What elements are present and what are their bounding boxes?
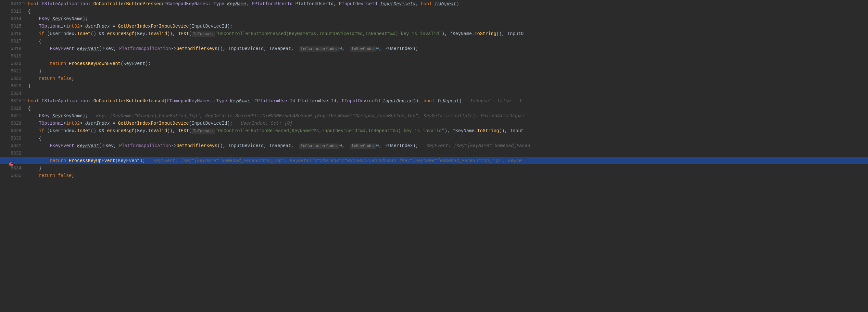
code-line[interactable]: 6313 { — [0, 7, 868, 15]
inline-debug-value: KeyEvent: {Key={KeyName="Gamepad_FaceBut… — [154, 158, 522, 163]
line-number: 6329 — [0, 128, 25, 133]
line-number: 6328 — [0, 121, 25, 126]
code-content[interactable]: FKeyEvent KeyEvent(⚹Key, PlatformApplica… — [25, 46, 418, 51]
line-number: 6322 — [0, 76, 25, 81]
code-content[interactable]: { — [25, 136, 41, 141]
deref-icon: ⚹ — [102, 46, 105, 51]
code-content[interactable]: } — [25, 84, 31, 89]
line-number: 6321 — [0, 68, 25, 74]
code-content[interactable]: FKey Key(KeyName); Key: {KeyName="Gamepa… — [25, 113, 524, 119]
code-line[interactable]: 6330 { — [0, 134, 868, 142]
code-content[interactable]: FKeyEvent KeyEvent(⚹Key, PlatformApplica… — [25, 143, 530, 148]
line-number: 6332 — [0, 151, 25, 156]
line-number: 6319 — [0, 54, 25, 59]
code-line[interactable]: 6328 TOptional<int32> UserIndex = GetUse… — [0, 120, 868, 127]
code-line[interactable]: 6322 return false; — [0, 75, 868, 82]
code-line[interactable]: 6334 } — [0, 164, 868, 172]
param-hint: InFormat: — [192, 31, 215, 37]
inline-debug-value: Key: {KeyName="Gamepad_FaceButton_Top", … — [96, 113, 524, 119]
code-content[interactable]: { — [25, 106, 31, 111]
code-content[interactable]: if (UserIndex.IsSet() && ensureMsgf(Key.… — [25, 128, 524, 133]
param-hint: InCharacterCode: — [299, 46, 339, 52]
code-line[interactable]: 6319 — [0, 52, 868, 60]
param-hint: InFormat: — [192, 129, 215, 134]
code-line[interactable]: 6312⌃○ bool FSlateApplication::OnControl… — [0, 0, 868, 7]
code-line[interactable]: 6316 if (UserIndex.IsSet() && ensureMsgf… — [0, 30, 868, 37]
param-hint: InKeyCode: — [350, 144, 376, 149]
code-content[interactable]: return false; — [25, 76, 74, 81]
line-number: 6330 — [0, 136, 25, 141]
line-number: 6335 — [0, 173, 25, 178]
param-hint: InKeyCode: — [350, 46, 376, 52]
code-content[interactable]: FKey Key(KeyName); — [25, 16, 88, 22]
code-line[interactable]: 6325⌃○ bool FSlateApplication::OnControl… — [0, 97, 868, 104]
line-number: 6323 — [0, 84, 25, 89]
line-number: 6315 — [0, 24, 25, 29]
deref-icon: ⚹ — [384, 143, 389, 148]
code-line[interactable]: 6323 } — [0, 82, 868, 90]
code-line-current[interactable]: return ProcessKeyUpEvent(KeyEvent); KeyE… — [0, 157, 868, 164]
code-content[interactable]: TOptional<int32> UserIndex = GetUserInde… — [25, 24, 232, 29]
code-line[interactable]: 6318 FKeyEvent KeyEvent(⚹Key, PlatformAp… — [0, 45, 868, 52]
code-line[interactable]: 6335 return false; — [0, 172, 868, 179]
code-line[interactable]: 6314 FKey Key(KeyName); — [0, 15, 868, 22]
inline-debug-value: IsRepeat: false I — [470, 98, 522, 103]
code-line[interactable]: 6324 — [0, 90, 868, 97]
line-number: 6317 — [0, 39, 25, 44]
param-hint: InCharacterCode: — [299, 144, 339, 149]
code-content[interactable]: return ProcessKeyDownEvent(KeyEvent); — [25, 61, 151, 66]
code-content[interactable]: } — [25, 68, 41, 74]
line-number: 6318 — [0, 46, 25, 51]
code-content[interactable]: bool FSlateApplication::OnControllerButt… — [25, 98, 522, 103]
code-content[interactable]: if (UserIndex.IsSet() && ensureMsgf(Key.… — [25, 31, 524, 36]
code-line[interactable]: 6329 if (UserIndex.IsSet() && ensureMsgf… — [0, 127, 868, 134]
code-line[interactable]: 6331 FKeyEvent KeyEvent(⚹Key, PlatformAp… — [0, 142, 868, 149]
line-number: 6331 — [0, 143, 25, 148]
line-number: 6312⌃○ — [0, 1, 25, 6]
line-number: 6325⌃○ — [0, 98, 25, 103]
line-number: 6327 — [0, 113, 25, 119]
line-number: 6334 — [0, 165, 25, 171]
code-line[interactable]: 6326 { — [0, 104, 868, 112]
code-content[interactable]: { — [25, 9, 31, 14]
inline-debug-value: KeyEvent: {Key={KeyName="Gamepad_FaceB — [426, 143, 530, 148]
line-number: 6316 — [0, 31, 25, 36]
line-number: 6324 — [0, 91, 25, 96]
fold-icon[interactable]: ⌃○ — [22, 1, 26, 5]
line-number: 6326 — [0, 106, 25, 111]
inline-debug-value: UserIndex: Set: {0} — [241, 121, 292, 126]
code-content[interactable]: { — [25, 39, 41, 44]
code-content[interactable]: bool FSlateApplication::OnControllerButt… — [25, 1, 459, 6]
code-content[interactable]: return ProcessKeyUpEvent(KeyEvent); KeyE… — [25, 158, 522, 163]
line-number: 6320 — [0, 61, 25, 66]
code-line[interactable]: 6320 return ProcessKeyDownEvent(KeyEvent… — [0, 60, 868, 67]
fold-icon[interactable]: ⌃○ — [22, 98, 26, 102]
deref-icon: ⚹ — [384, 46, 389, 51]
line-number: 6314 — [0, 16, 25, 22]
code-line[interactable]: 6327 FKey Key(KeyName); Key: {KeyName="G… — [0, 112, 868, 120]
code-line[interactable]: 6332 — [0, 149, 868, 157]
code-editor[interactable]: 6312⌃○ bool FSlateApplication::OnControl… — [0, 0, 868, 179]
deref-icon: ⚹ — [102, 143, 105, 148]
code-content[interactable]: } — [25, 165, 41, 171]
code-line[interactable]: 6317 { — [0, 37, 868, 45]
code-line[interactable]: 6315 TOptional<int32> UserIndex = GetUse… — [0, 22, 868, 30]
code-content[interactable]: return false; — [25, 173, 74, 178]
code-content[interactable]: TOptional<int32> UserIndex = GetUserInde… — [25, 121, 292, 126]
line-number: 6313 — [0, 9, 25, 14]
code-line[interactable]: 6321 } — [0, 67, 868, 75]
